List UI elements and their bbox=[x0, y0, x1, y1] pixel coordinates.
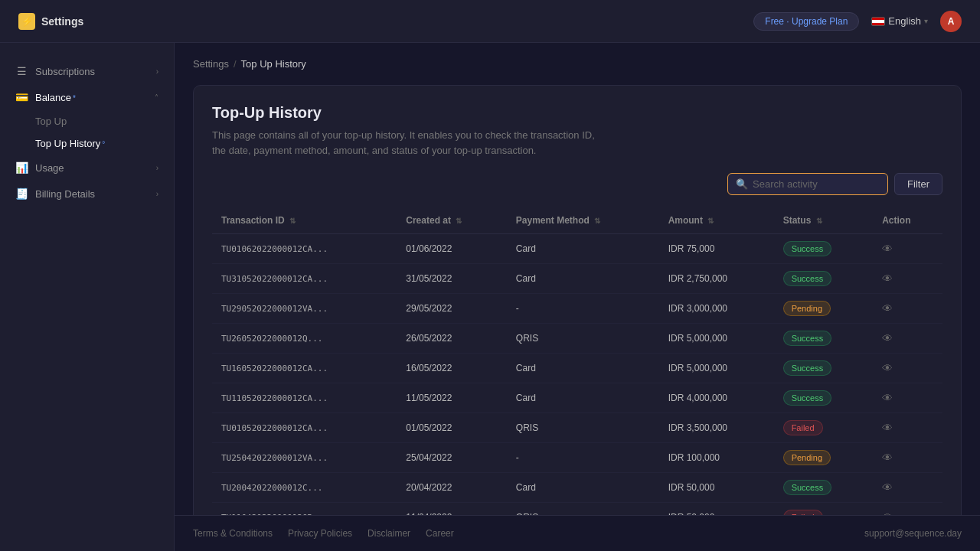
cell-action[interactable]: 👁 bbox=[873, 383, 942, 413]
table-row: TU20042022000012C... 20/04/2022 Card IDR… bbox=[212, 473, 942, 503]
cell-status: Success bbox=[774, 264, 874, 294]
sidebar-item-billing[interactable]: 🧾 Billing Details › bbox=[0, 181, 174, 207]
footer-link[interactable]: Terms & Conditions bbox=[193, 528, 273, 539]
status-badge: Success bbox=[783, 331, 832, 346]
cell-amount: IDR 3,500,000 bbox=[659, 413, 774, 443]
cell-amount: IDR 5,000,000 bbox=[659, 324, 774, 354]
cell-payment-method: Card bbox=[507, 383, 659, 413]
status-badge: Success bbox=[783, 241, 832, 256]
col-amount: Amount ⇅ bbox=[659, 207, 774, 234]
cell-transaction-id: TU16052022000012CA... bbox=[212, 354, 397, 383]
sidebar-usage-label: Usage bbox=[35, 162, 64, 174]
footer-link[interactable]: Disclaimer bbox=[368, 528, 410, 539]
table-row: TU31052022000012CA... 31/05/2022 Card ID… bbox=[212, 264, 942, 294]
breadcrumb-settings[interactable]: Settings bbox=[193, 58, 229, 70]
cell-payment-method: Card bbox=[507, 354, 659, 383]
transactions-table: Transaction ID ⇅ Created at ⇅ Payment Me… bbox=[212, 207, 942, 515]
cell-amount: IDR 3,000,000 bbox=[659, 294, 774, 324]
subscriptions-icon: ☰ bbox=[15, 65, 28, 77]
cell-status: Success bbox=[774, 324, 874, 354]
view-icon[interactable]: 👁 bbox=[882, 362, 893, 374]
cell-payment-method: QRIS bbox=[507, 413, 659, 443]
table-row: TU16052022000012CA... 16/05/2022 Card ID… bbox=[212, 354, 942, 383]
footer-link[interactable]: Career bbox=[426, 528, 454, 539]
cell-action[interactable]: 👁 bbox=[873, 294, 942, 324]
cell-amount: IDR 100,000 bbox=[659, 443, 774, 473]
cell-amount: IDR 50,000 bbox=[659, 473, 774, 503]
sidebar-billing-label: Billing Details bbox=[35, 188, 95, 200]
status-badge: Success bbox=[783, 271, 832, 286]
cell-created-at: 26/05/2022 bbox=[397, 324, 507, 354]
cell-action[interactable]: 👁 bbox=[873, 473, 942, 503]
table-row: TU01052022000012CA... 01/05/2022 QRIS ID… bbox=[212, 413, 942, 443]
topbar: ⚡ Settings Free · Upgrade Plan English ▾… bbox=[0, 0, 980, 43]
chevron-down-icon: ▾ bbox=[924, 17, 928, 25]
table-row: TU25042022000012VA... 25/04/2022 - IDR 1… bbox=[212, 443, 942, 473]
chevron-right-icon-billing: › bbox=[156, 190, 158, 198]
layout: ☰ Subscriptions › 💳 Balance* ˄ Top Up To… bbox=[0, 43, 980, 551]
table-row: TU26052022000012Q... 26/05/2022 QRIS IDR… bbox=[212, 324, 942, 354]
cell-created-at: 25/04/2022 bbox=[397, 443, 507, 473]
view-icon[interactable]: 👁 bbox=[882, 481, 893, 494]
avatar[interactable]: A bbox=[940, 11, 962, 32]
sidebar-item-balance[interactable]: 💳 Balance* ˄ bbox=[0, 84, 174, 110]
cell-amount: IDR 75,000 bbox=[659, 234, 774, 264]
status-badge: Failed bbox=[783, 510, 823, 515]
cell-created-at: 11/04/2022 bbox=[397, 503, 507, 516]
view-icon[interactable]: 👁 bbox=[882, 392, 893, 404]
cell-created-at: 29/05/2022 bbox=[397, 294, 507, 324]
app-brand: ⚡ Settings bbox=[18, 13, 83, 30]
sidebar-item-topup-history[interactable]: Top Up History° bbox=[35, 132, 174, 155]
cell-payment-method: - bbox=[507, 294, 659, 324]
filter-button[interactable]: Filter bbox=[894, 173, 942, 195]
sidebar-item-usage[interactable]: 📊 Usage › bbox=[0, 155, 174, 181]
sidebar-item-subscriptions[interactable]: ☰ Subscriptions › bbox=[0, 58, 174, 84]
sort-icon-status[interactable]: ⇅ bbox=[816, 217, 822, 225]
cell-created-at: 31/05/2022 bbox=[397, 264, 507, 294]
cell-payment-method: - bbox=[507, 443, 659, 473]
sort-icon-date[interactable]: ⇅ bbox=[456, 217, 462, 225]
cell-payment-method: Card bbox=[507, 234, 659, 264]
cell-action[interactable]: 👁 bbox=[873, 443, 942, 473]
cell-status: Pending bbox=[774, 443, 874, 473]
view-icon[interactable]: 👁 bbox=[882, 422, 893, 434]
cell-action[interactable]: 👁 bbox=[873, 324, 942, 354]
app-name: Settings bbox=[41, 15, 83, 28]
search-box[interactable]: 🔍 bbox=[727, 173, 888, 195]
status-badge: Pending bbox=[783, 301, 831, 316]
usage-icon: 📊 bbox=[15, 161, 28, 174]
view-icon[interactable]: 👁 bbox=[882, 243, 893, 255]
cell-action[interactable]: 👁 bbox=[873, 503, 942, 516]
table-row: TU29052022000012VA... 29/05/2022 - IDR 3… bbox=[212, 294, 942, 324]
sort-icon-amount[interactable]: ⇅ bbox=[707, 217, 714, 225]
sort-icon-tid[interactable]: ⇅ bbox=[289, 217, 296, 225]
view-icon[interactable]: 👁 bbox=[882, 332, 893, 344]
view-icon[interactable]: 👁 bbox=[882, 272, 893, 285]
language-selector[interactable]: English ▾ bbox=[871, 15, 928, 27]
view-icon[interactable]: 👁 bbox=[882, 452, 893, 464]
cell-created-at: 20/04/2022 bbox=[397, 473, 507, 503]
cell-action[interactable]: 👁 bbox=[873, 354, 942, 383]
footer-link[interactable]: Privacy Policies bbox=[288, 528, 352, 539]
main-content: Settings / Top Up History Top-Up History… bbox=[175, 43, 980, 515]
cell-payment-method: QRIS bbox=[507, 324, 659, 354]
cell-transaction-id: TU01052022000012CA... bbox=[212, 413, 397, 443]
cell-status: Success bbox=[774, 383, 874, 413]
language-label: English bbox=[888, 15, 921, 27]
cell-action[interactable]: 👁 bbox=[873, 264, 942, 294]
topup-history-badge: ° bbox=[102, 140, 105, 148]
status-badge: Failed bbox=[783, 420, 823, 435]
col-action: Action bbox=[873, 207, 942, 234]
sidebar-item-topup[interactable]: Top Up bbox=[35, 110, 174, 132]
cell-action[interactable]: 👁 bbox=[873, 413, 942, 443]
upgrade-button[interactable]: Free · Upgrade Plan bbox=[753, 12, 859, 31]
chevron-right-icon-usage: › bbox=[156, 164, 158, 172]
sort-icon-pm[interactable]: ⇅ bbox=[594, 217, 600, 225]
breadcrumb-current: Top Up History bbox=[241, 58, 306, 70]
page-description: This page contains all of your top-up hi… bbox=[212, 128, 595, 158]
view-icon[interactable]: 👁 bbox=[882, 302, 893, 315]
cell-action[interactable]: 👁 bbox=[873, 234, 942, 264]
search-input[interactable] bbox=[753, 178, 880, 190]
chevron-down-icon: ˄ bbox=[155, 93, 158, 102]
cell-amount: IDR 50,000 bbox=[659, 503, 774, 516]
